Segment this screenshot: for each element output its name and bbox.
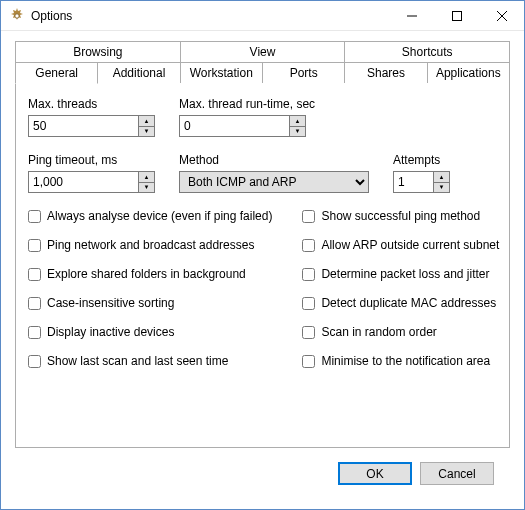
check-packet-loss[interactable] bbox=[302, 268, 315, 281]
spin-down-icon[interactable]: ▼ bbox=[290, 127, 305, 137]
checkbox-column-left: Always analyse device (even if ping fail… bbox=[28, 209, 272, 368]
spin-up-icon[interactable]: ▲ bbox=[139, 116, 154, 127]
check-label: Determine packet loss and jitter bbox=[321, 267, 489, 281]
check-duplicate-mac[interactable] bbox=[302, 297, 315, 310]
ok-button[interactable]: OK bbox=[338, 462, 412, 485]
app-icon bbox=[9, 8, 25, 24]
max-runtime-input[interactable] bbox=[179, 115, 289, 137]
tab-workstation[interactable]: Workstation bbox=[180, 62, 263, 84]
tab-panel-general: Max. threads ▲▼ Max. thread run-time, se… bbox=[15, 83, 510, 448]
check-label: Scan in random order bbox=[321, 325, 436, 339]
attempts-spinner[interactable]: ▲▼ bbox=[433, 171, 450, 193]
content-area: Browsing View Shortcuts General Addition… bbox=[1, 31, 524, 509]
check-label: Explore shared folders in background bbox=[47, 267, 246, 281]
check-allow-arp[interactable] bbox=[302, 239, 315, 252]
titlebar: Options bbox=[1, 1, 524, 31]
check-case-insensitive[interactable] bbox=[28, 297, 41, 310]
check-label: Show last scan and last seen time bbox=[47, 354, 228, 368]
tab-additional[interactable]: Additional bbox=[97, 62, 180, 84]
tab-general[interactable]: General bbox=[15, 62, 98, 84]
check-label: Display inactive devices bbox=[47, 325, 174, 339]
tab-shares[interactable]: Shares bbox=[344, 62, 427, 84]
attempts-label: Attempts bbox=[393, 153, 450, 167]
check-display-inactive[interactable] bbox=[28, 326, 41, 339]
spin-up-icon[interactable]: ▲ bbox=[434, 172, 449, 183]
spin-down-icon[interactable]: ▼ bbox=[139, 183, 154, 193]
max-threads-spinner[interactable]: ▲▼ bbox=[138, 115, 155, 137]
check-label: Show successful ping method bbox=[321, 209, 480, 223]
max-runtime-label: Max. thread run-time, sec bbox=[179, 97, 315, 111]
check-label: Case-insensitive sorting bbox=[47, 296, 174, 310]
window-title: Options bbox=[31, 9, 389, 23]
ping-timeout-label: Ping timeout, ms bbox=[28, 153, 155, 167]
svg-point-0 bbox=[15, 13, 19, 17]
check-show-last-scan[interactable] bbox=[28, 355, 41, 368]
check-label: Allow ARP outside current subnet bbox=[321, 238, 499, 252]
tab-ports[interactable]: Ports bbox=[262, 62, 345, 84]
dialog-footer: OK Cancel bbox=[15, 448, 510, 501]
tab-applications[interactable]: Applications bbox=[427, 62, 510, 84]
check-minimise-tray[interactable] bbox=[302, 355, 315, 368]
tab-strip: Browsing View Shortcuts General Addition… bbox=[15, 41, 510, 84]
spin-down-icon[interactable]: ▼ bbox=[139, 127, 154, 137]
ping-timeout-input[interactable] bbox=[28, 171, 138, 193]
check-label: Always analyse device (even if ping fail… bbox=[47, 209, 272, 223]
minimize-button[interactable] bbox=[389, 1, 434, 30]
checkbox-column-right: Show successful ping method Allow ARP ou… bbox=[302, 209, 499, 368]
cancel-button[interactable]: Cancel bbox=[420, 462, 494, 485]
tab-browsing[interactable]: Browsing bbox=[15, 41, 181, 62]
method-select[interactable]: Both ICMP and ARP bbox=[179, 171, 369, 193]
ping-timeout-spinner[interactable]: ▲▼ bbox=[138, 171, 155, 193]
tab-view[interactable]: View bbox=[180, 41, 346, 62]
check-show-ping-method[interactable] bbox=[302, 210, 315, 223]
options-window: Options Browsing View Shortcuts General … bbox=[0, 0, 525, 510]
max-threads-input[interactable] bbox=[28, 115, 138, 137]
check-label: Ping network and broadcast addresses bbox=[47, 238, 254, 252]
attempts-input[interactable] bbox=[393, 171, 433, 193]
check-random-order[interactable] bbox=[302, 326, 315, 339]
spin-up-icon[interactable]: ▲ bbox=[139, 172, 154, 183]
check-label: Detect duplicate MAC addresses bbox=[321, 296, 496, 310]
close-button[interactable] bbox=[479, 1, 524, 30]
check-ping-broadcast[interactable] bbox=[28, 239, 41, 252]
spin-up-icon[interactable]: ▲ bbox=[290, 116, 305, 127]
tab-shortcuts[interactable]: Shortcuts bbox=[344, 41, 510, 62]
max-runtime-spinner[interactable]: ▲▼ bbox=[289, 115, 306, 137]
spin-down-icon[interactable]: ▼ bbox=[434, 183, 449, 193]
method-label: Method bbox=[179, 153, 369, 167]
check-explore-shared[interactable] bbox=[28, 268, 41, 281]
maximize-button[interactable] bbox=[434, 1, 479, 30]
check-label: Minimise to the notification area bbox=[321, 354, 490, 368]
max-threads-label: Max. threads bbox=[28, 97, 155, 111]
svg-rect-1 bbox=[452, 11, 461, 20]
check-always-analyse[interactable] bbox=[28, 210, 41, 223]
